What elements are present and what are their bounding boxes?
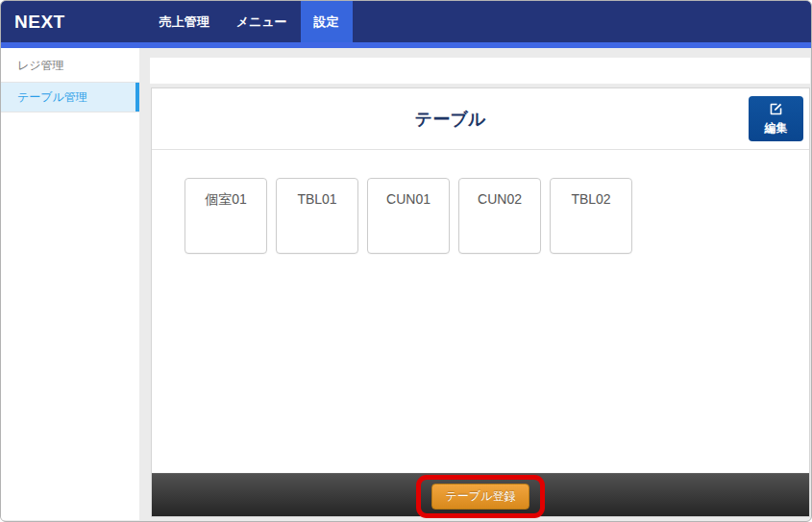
content-header-strip xyxy=(150,58,810,84)
sidebar-item-table-management[interactable]: テーブル管理 xyxy=(1,83,139,112)
footer-action-bar: テーブル登録 xyxy=(152,473,809,516)
table-card[interactable]: 個室01 xyxy=(185,178,267,254)
brand-logo: NEXT xyxy=(1,1,79,42)
table-card[interactable]: CUN01 xyxy=(367,178,450,254)
table-card[interactable]: TBL02 xyxy=(550,178,632,254)
table-card-label: TBL01 xyxy=(297,191,336,207)
register-table-button[interactable]: テーブル登録 xyxy=(431,484,530,510)
table-card[interactable]: TBL01 xyxy=(276,178,358,254)
table-card-label: TBL02 xyxy=(571,191,610,207)
table-card-label: CUN02 xyxy=(478,191,522,207)
top-navbar: NEXT 売上管理 メニュー 設定 xyxy=(1,1,811,42)
red-highlight-annotation: テーブル登録 xyxy=(416,475,546,518)
nav-item-sales[interactable]: 売上管理 xyxy=(146,1,223,42)
main-area: テーブル 編集 個室01 TBL01 xyxy=(150,58,810,520)
table-card[interactable]: CUN02 xyxy=(458,178,541,254)
sidebar: レジ管理 テーブル管理 xyxy=(1,48,139,520)
tables-grid: 個室01 TBL01 CUN01 CUN02 TBL02 xyxy=(152,150,809,473)
title-row: テーブル 編集 xyxy=(152,88,809,150)
table-card-label: 個室01 xyxy=(205,191,247,207)
app-window: NEXT 売上管理 メニュー 設定 レジ管理 テーブル管理 テーブル xyxy=(0,0,812,522)
nav-menu: 売上管理 メニュー 設定 xyxy=(146,1,353,42)
edit-button[interactable]: 編集 xyxy=(749,96,803,141)
page-title: テーブル xyxy=(152,108,749,131)
sidebar-item-register-management[interactable]: レジ管理 xyxy=(1,48,139,83)
edit-button-label: 編集 xyxy=(765,120,788,137)
content-card: テーブル 編集 個室01 TBL01 xyxy=(151,87,810,517)
nav-item-menu[interactable]: メニュー xyxy=(223,1,301,42)
table-card-label: CUN01 xyxy=(386,191,431,207)
nav-item-settings[interactable]: 設定 xyxy=(301,1,353,42)
edit-icon xyxy=(768,101,784,117)
